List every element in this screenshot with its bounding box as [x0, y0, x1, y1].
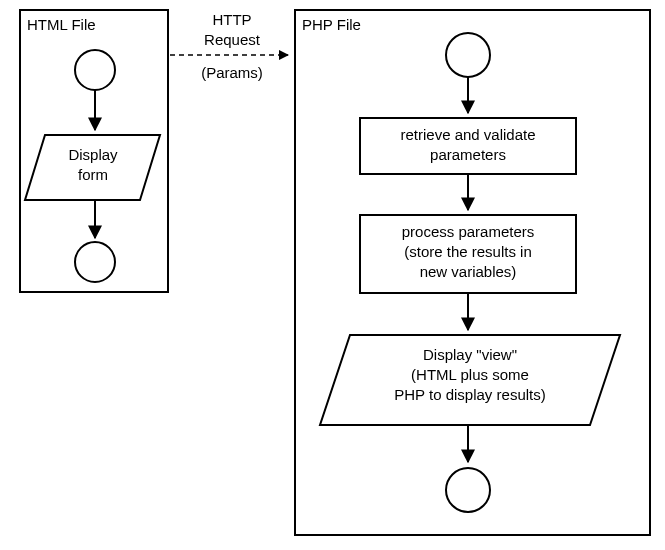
display-view-label-2: (HTML plus some [411, 366, 529, 383]
php-file-container: PHP File retrieve and validate parameter… [295, 10, 650, 535]
display-form-label-2: form [78, 166, 108, 183]
end-node-icon [446, 468, 490, 512]
flowchart-diagram: HTML File Display form HTTP Request (Par… [0, 0, 665, 550]
retrieve-validate-label-2: parameters [430, 146, 506, 163]
retrieve-validate-label-1: retrieve and validate [400, 126, 535, 143]
http-request-connector: HTTP Request (Params) [170, 11, 288, 81]
connector-label-1: HTTP [212, 11, 251, 28]
connector-label-3: (Params) [201, 64, 263, 81]
connector-label-2: Request [204, 31, 261, 48]
display-form-label: Display [68, 146, 118, 163]
html-file-container: HTML File Display form [20, 10, 168, 292]
process-params-label-3: new variables) [420, 263, 517, 280]
html-file-title: HTML File [27, 16, 96, 33]
process-params-label-1: process parameters [402, 223, 535, 240]
process-params-label-2: (store the results in [404, 243, 532, 260]
start-node-icon [75, 50, 115, 90]
start-node-icon [446, 33, 490, 77]
end-node-icon [75, 242, 115, 282]
php-file-title: PHP File [302, 16, 361, 33]
display-view-label-1: Display "view" [423, 346, 517, 363]
display-view-label-3: PHP to display results) [394, 386, 545, 403]
